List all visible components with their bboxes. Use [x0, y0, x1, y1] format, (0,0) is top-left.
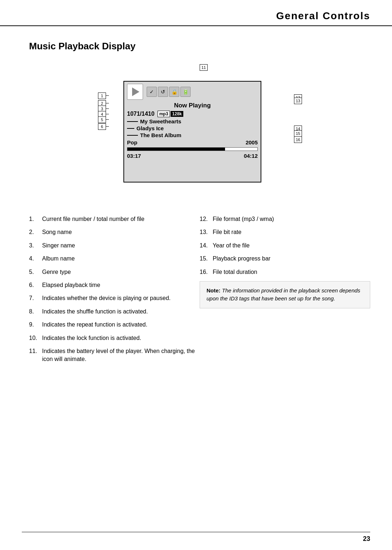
singer-name-row: Gladys Ice — [124, 125, 261, 132]
item-num-15: 15. — [200, 255, 213, 263]
file-number-row: 1071/1410 mp3 128k — [124, 110, 261, 118]
list-item-7: 7. Indicates whether the device is playi… — [29, 294, 200, 302]
list-item-1: 1. Current file number / total number of… — [29, 215, 200, 223]
callout-1: 1 — [98, 93, 106, 99]
note-bold: Note: — [207, 287, 220, 294]
item-num-9: 9. — [29, 321, 42, 329]
callout-5: 5 — [98, 116, 106, 123]
callout-row-5: 5 — [98, 119, 109, 120]
progress-row — [124, 146, 261, 152]
callout-row-2: 2 — [98, 103, 109, 103]
elapsed-time: 03:17 — [127, 153, 141, 159]
list-item-3: 3. Singer name — [29, 242, 200, 250]
main-content: Music Playback Display 7 8 9 10 11 — [0, 26, 392, 383]
item-text-2: Song name — [42, 228, 200, 236]
item-num-11: 11. — [29, 347, 42, 355]
callout-row-6: 6 — [98, 126, 109, 127]
singer-name: Gladys Ice — [136, 125, 164, 131]
item-text-13: File bit rate — [213, 228, 370, 236]
line-decorator-2 — [127, 128, 134, 129]
callout-row-14: 14 — [294, 128, 301, 129]
item-num-2: 2. — [29, 228, 42, 236]
list-item-16: 16. File total duration — [200, 268, 370, 276]
callout-16: 16 — [294, 136, 302, 143]
list-item-10: 10. Indicates the lock function is activ… — [29, 334, 200, 342]
item-num-16: 16. — [200, 268, 213, 276]
note-box: Note: The information provided in the pl… — [200, 281, 370, 308]
song-name: My Sweethearts — [140, 118, 181, 124]
album-name-row: The Best Album — [124, 132, 261, 139]
year-label: 2005 — [246, 139, 258, 145]
now-playing-label: Now Playing — [124, 102, 261, 109]
diagram-container: 7 8 9 10 11 ✓ ↺ 🔒 🔋 — [29, 63, 370, 201]
lock-icon: 🔒 — [169, 87, 179, 97]
item-text-8: Indicates the shuffle function is activa… — [42, 308, 200, 316]
icon-group: ✓ ↺ 🔒 🔋 — [147, 87, 191, 97]
item-text-5: Genre type — [42, 268, 200, 276]
album-name: The Best Album — [140, 132, 181, 138]
time-row: 03:17 04:12 — [124, 152, 261, 160]
item-text-1: Current file number / total number of fi… — [42, 215, 200, 223]
page-footer: 23 — [22, 532, 370, 543]
page-number: 23 — [363, 535, 370, 543]
progress-bar-outer — [127, 147, 258, 151]
item-text-12: File format (mp3 / wma) — [213, 215, 370, 223]
play-triangle-icon — [132, 87, 139, 96]
right-callouts: 12 13 14 15 16 — [294, 97, 301, 140]
list-item-6: 6. Elapsed playback time — [29, 281, 200, 289]
left-callouts: 1 2 3 4 5 — [98, 95, 109, 127]
callout-row-15: 15 — [294, 133, 301, 134]
song-name-row: My Sweethearts — [124, 118, 261, 125]
callout-11: 11 — [200, 64, 208, 71]
item-text-11: Indicates the battery level of the playe… — [42, 347, 200, 364]
item-text-15: Playback progress bar — [213, 255, 370, 263]
list-item-4: 4. Album name — [29, 255, 200, 263]
list-item-15: 15. Playback progress bar — [200, 255, 370, 263]
item-text-7: Indicates whether the device is playing … — [42, 294, 200, 302]
list-item-11: 11. Indicates the battery level of the p… — [29, 347, 200, 364]
callout-15: 15 — [294, 130, 302, 137]
item-num-13: 13. — [200, 228, 213, 236]
genre-year-row: Pop 2005 — [124, 139, 261, 146]
item-num-8: 8. — [29, 308, 42, 316]
list-item-14: 14. Year of the file — [200, 242, 370, 250]
line-decorator-3 — [127, 135, 138, 136]
item-num-1: 1. — [29, 215, 42, 223]
item-num-10: 10. — [29, 334, 42, 342]
list-item-2: 2. Song name — [29, 228, 200, 236]
list-item-9: 9. Indicates the repeat function is acti… — [29, 321, 200, 329]
item-text-10: Indicates the lock function is activated… — [42, 334, 200, 342]
device-screen: ✓ ↺ 🔒 🔋 Now Playing 1071/1410 mp3 128k — [123, 81, 261, 182]
item-text-16: File total duration — [213, 268, 370, 276]
item-num-3: 3. — [29, 242, 42, 250]
list-item-8: 8. Indicates the shuffle function is act… — [29, 308, 200, 316]
callout-13: 13 — [294, 98, 302, 104]
shuffle-icon: ✓ — [147, 87, 157, 97]
callout-row-13: 13 — [294, 100, 301, 101]
screen-top-icons: ✓ ↺ 🔒 🔋 — [124, 82, 261, 101]
callout-row-3: 3 — [98, 108, 109, 109]
repeat-icon: ↺ — [158, 87, 168, 97]
list-item-12: 12. File format (mp3 / wma) — [200, 215, 370, 223]
list-item-13: 13. File bit rate — [200, 228, 370, 236]
file-number: 1071/1410 — [127, 111, 155, 117]
genre-label: Pop — [127, 139, 137, 145]
callout-row-16: 16 — [294, 139, 301, 140]
page-header: General Controls — [0, 0, 392, 26]
item-num-7: 7. — [29, 294, 42, 302]
progress-bar-inner — [127, 148, 225, 151]
bitrate-badge: 128k — [171, 111, 183, 117]
item-text-6: Elapsed playback time — [42, 281, 200, 289]
section-title: Music Playback Display — [29, 41, 370, 52]
item-text-9: Indicates the repeat function is activat… — [42, 321, 200, 329]
item-text-14: Year of the file — [213, 242, 370, 250]
item-num-4: 4. — [29, 255, 42, 263]
item-num-12: 12. — [200, 215, 213, 223]
left-list-col: 1. Current file number / total number of… — [29, 215, 200, 369]
callout-row-1: 1 — [98, 95, 109, 96]
item-num-6: 6. — [29, 281, 42, 289]
item-num-14: 14. — [200, 242, 213, 250]
description-list: 1. Current file number / total number of… — [29, 215, 370, 369]
total-time: 04:12 — [244, 153, 258, 159]
format-badge: mp3 — [158, 111, 170, 117]
